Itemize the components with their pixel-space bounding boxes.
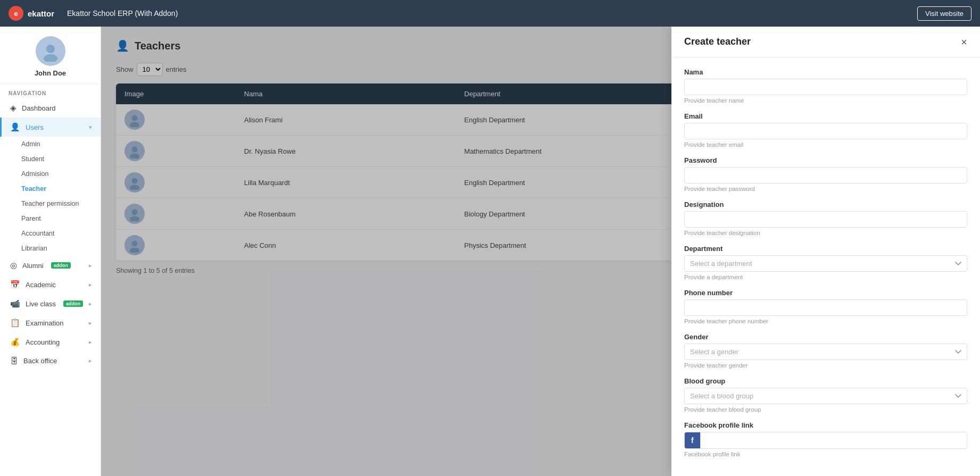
svg-point-0 [46, 45, 55, 53]
department-hint: Provide a department [684, 274, 967, 280]
sidebar-item-admin[interactable]: Admin [0, 137, 101, 152]
logo: e ekattor [9, 6, 54, 21]
chevron-down-icon: ▸ [89, 262, 92, 269]
nama-input[interactable] [684, 79, 967, 95]
sidebar-item-accounting[interactable]: 💰 Accounting ▸ [0, 332, 101, 352]
nama-hint: Provide teacher name [684, 97, 967, 104]
sidebar-item-label: Users [26, 123, 44, 131]
sidebar-item-label: Dashboard [22, 104, 56, 112]
panel-header: Create teacher × [671, 27, 980, 57]
phone-label: Phone number [684, 289, 967, 297]
sidebar-item-label: Live class [26, 300, 56, 308]
users-icon: 👤 [10, 122, 20, 132]
email-hint: Provide teacher email [684, 141, 967, 148]
sidebar-item-dashboard[interactable]: ◈ Dashboard [0, 98, 101, 118]
sidebar-item-librarian[interactable]: Librarian [0, 241, 101, 256]
department-select[interactable]: Select a department [684, 255, 967, 272]
email-group: Email Provide teacher email [684, 112, 967, 148]
avatar [36, 36, 65, 66]
designation-group: Designation Provide teacher designation [684, 201, 967, 236]
sidebar-item-teacher[interactable]: Teacher [0, 181, 101, 196]
sidebar-item-academic[interactable]: 📅 Academic ▸ [0, 275, 101, 294]
close-button[interactable]: × [961, 37, 967, 47]
topbar: e ekattor Ekattor School ERP (With Addon… [0, 0, 980, 27]
facebook-prefix-icon: f [685, 432, 701, 448]
live-class-icon: 📹 [10, 299, 20, 308]
visit-website-button[interactable]: Visit website [917, 6, 971, 21]
chevron-down-icon: ▸ [89, 300, 92, 307]
blood-group-group: Blood group Select a blood group A+A- B+… [684, 377, 967, 413]
nama-group: Nama Provide teacher name [684, 68, 967, 104]
nama-label: Nama [684, 68, 967, 76]
sidebar-item-alumni[interactable]: ◎ Alumni addon ▸ [0, 256, 101, 275]
svg-point-1 [44, 54, 57, 62]
password-group: Password Provide teacher password [684, 156, 967, 192]
app-title: Ekattor School ERP (With Addon) [67, 9, 178, 18]
addon-badge: addon [63, 300, 83, 307]
gender-label: Gender [684, 333, 967, 341]
panel-body: Nama Provide teacher name Email Provide … [671, 57, 980, 476]
dashboard-icon: ◈ [10, 103, 16, 113]
chevron-down-icon: ▾ [89, 124, 92, 131]
sidebar: John Doe NAVIGATION ◈ Dashboard 👤 Users … [0, 27, 101, 476]
blood-group-hint: Provide teacher blood group [684, 406, 967, 413]
facebook-label: Facebook profile link [684, 421, 967, 429]
designation-label: Designation [684, 201, 967, 208]
sidebar-item-admision[interactable]: Admision [0, 166, 101, 181]
password-label: Password [684, 156, 967, 164]
user-name: John Doe [35, 69, 66, 77]
department-group: Department Select a department Provide a… [684, 245, 967, 280]
chevron-down-icon: ▸ [89, 320, 92, 327]
sidebar-item-examination[interactable]: 📋 Examination ▸ [0, 313, 101, 332]
facebook-group: Facebook profile link f Facebook profile… [684, 421, 967, 457]
logo-icon: e [9, 6, 23, 21]
sidebar-item-users[interactable]: 👤 Users ▾ [0, 118, 101, 137]
chevron-down-icon: ▸ [89, 281, 92, 288]
back-office-icon: 🗄 [10, 356, 18, 365]
create-teacher-panel: Create teacher × Nama Provide teacher na… [671, 27, 980, 476]
designation-hint: Provide teacher designation [684, 230, 967, 236]
addon-badge: addon [51, 262, 71, 269]
department-label: Department [684, 245, 967, 253]
content-area: 👤 Teachers Show 10 25 50 entries Image N… [101, 27, 980, 476]
examination-icon: 📋 [10, 318, 20, 328]
gender-hint: Provide teacher gender [684, 362, 967, 369]
password-hint: Provide teacher password [684, 186, 967, 192]
nav-label: NAVIGATION [0, 84, 101, 98]
sidebar-item-parent[interactable]: Parent [0, 211, 101, 226]
accounting-icon: 💰 [10, 337, 20, 347]
facebook-input-wrapper: f [684, 432, 967, 449]
alumni-icon: ◎ [10, 261, 17, 270]
gender-select[interactable]: Select a gender Male Female [684, 344, 967, 360]
sidebar-item-live-class[interactable]: 📹 Live class addon ▸ [0, 294, 101, 313]
chevron-down-icon: ▸ [89, 357, 92, 364]
phone-input[interactable] [684, 299, 967, 316]
logo-text: ekattor [28, 9, 54, 18]
sidebar-item-label: Academic [26, 281, 56, 289]
sidebar-item-back-office[interactable]: 🗄 Back office ▸ [0, 352, 101, 370]
blood-group-select[interactable]: Select a blood group A+A- B+B- AB+AB- O+… [684, 388, 967, 404]
academic-icon: 📅 [10, 280, 20, 289]
sidebar-item-label: Alumni [22, 262, 44, 270]
email-input[interactable] [684, 123, 967, 139]
phone-group: Phone number Provide teacher phone numbe… [684, 289, 967, 324]
panel-title: Create teacher [684, 36, 751, 47]
password-input[interactable] [684, 167, 967, 183]
phone-hint: Provide teacher phone number [684, 318, 967, 324]
facebook-hint: Facebook profile link [684, 451, 967, 457]
sidebar-item-teacher-permission[interactable]: Teacher permission [0, 196, 101, 211]
sidebar-item-label: Accounting [26, 338, 60, 346]
sidebar-item-label: Examination [26, 319, 64, 327]
blood-group-label: Blood group [684, 377, 967, 385]
sidebar-item-student[interactable]: Student [0, 152, 101, 166]
designation-input[interactable] [684, 211, 967, 228]
sidebar-item-label: Back office [23, 357, 57, 365]
email-label: Email [684, 112, 967, 120]
gender-group: Gender Select a gender Male Female Provi… [684, 333, 967, 369]
sidebar-item-accountant[interactable]: Accountant [0, 226, 101, 241]
chevron-down-icon: ▸ [89, 339, 92, 346]
sidebar-user: John Doe [0, 27, 101, 84]
facebook-input[interactable] [701, 433, 967, 448]
